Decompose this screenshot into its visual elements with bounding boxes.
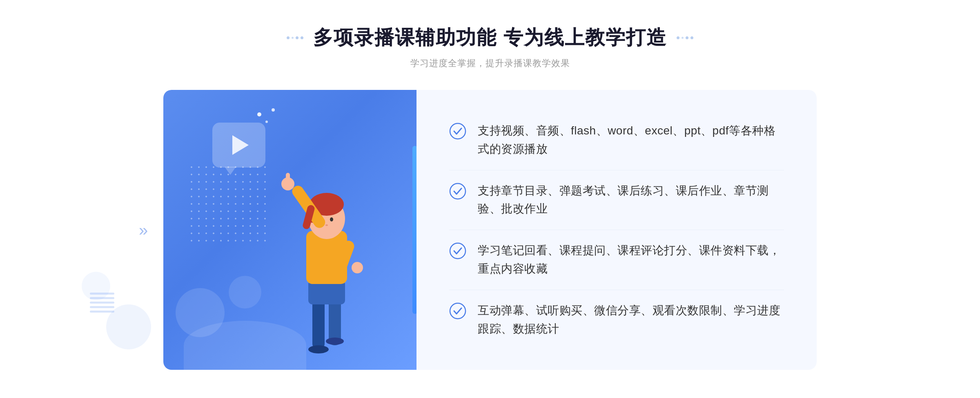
- title-row: 多项录播课辅助功能 专为线上教学打造: [287, 25, 693, 51]
- svg-point-10: [330, 217, 333, 221]
- feature-item-4: 互动弹幕、试听购买、微信分享、观看次数限制、学习进度跟踪、数据统计: [449, 290, 784, 350]
- feature-item-2: 支持章节目录、弹题考试、课后练习、课后作业、章节测验、批改作业: [449, 170, 784, 230]
- feature-text-4: 互动弹幕、试听购买、微信分享、观看次数限制、学习进度跟踪、数据统计: [478, 302, 784, 338]
- dots-pattern: [188, 163, 270, 245]
- illus-circle-2: [229, 276, 261, 309]
- bottom-glow: [184, 321, 306, 370]
- feature-text-1: 支持视频、音频、flash、word、excel、ppt、pdf等各种格式的资源…: [478, 122, 784, 159]
- svg-point-11: [325, 224, 328, 226]
- illustration-area: [163, 90, 416, 370]
- title-decorator-right: [677, 36, 693, 39]
- play-bubble: [212, 123, 265, 168]
- features-area: 支持视频、音频、flash、word、excel、ppt、pdf等各种格式的资源…: [416, 90, 817, 370]
- title-decorator-left: [287, 36, 303, 39]
- feature-text-3: 学习笔记回看、课程提问、课程评论打分、课件资料下载，重点内容收藏: [478, 241, 784, 278]
- page-wrapper: 多项录播课辅助功能 专为线上教学打造 学习进度全掌握，提升录播课教学效果 »: [0, 0, 980, 398]
- feature-item-1: 支持视频、音频、flash、word、excel、ppt、pdf等各种格式的资源…: [449, 110, 784, 170]
- check-icon-4: [449, 302, 466, 320]
- svg-rect-14: [286, 173, 290, 185]
- svg-point-21: [450, 303, 466, 319]
- page-subtitle: 学习进度全掌握，提升录播课教学效果: [287, 57, 693, 69]
- accent-bar: [412, 146, 416, 314]
- left-arrow-decoration: »: [139, 221, 148, 239]
- svg-point-18: [450, 123, 466, 139]
- stripe-decoration: [90, 293, 114, 313]
- check-icon-2: [449, 183, 466, 200]
- page-title: 多项录播课辅助功能 专为线上教学打造: [313, 25, 666, 51]
- check-icon-1: [449, 123, 466, 140]
- svg-point-20: [450, 243, 466, 259]
- svg-point-19: [450, 183, 466, 199]
- feature-item-3: 学习笔记回看、课程提问、课程评论打分、课件资料下载，重点内容收藏: [449, 230, 784, 290]
- svg-point-16: [352, 262, 363, 273]
- play-icon: [232, 135, 249, 155]
- header-section: 多项录播课辅助功能 专为线上教学打造 学习进度全掌握，提升录播课教学效果: [287, 25, 693, 69]
- main-content: »: [163, 90, 817, 370]
- svg-point-3: [326, 338, 344, 345]
- svg-point-2: [308, 345, 329, 353]
- feature-text-2: 支持章节目录、弹题考试、课后练习、课后作业、章节测验、批改作业: [478, 182, 784, 219]
- check-icon-3: [449, 242, 466, 259]
